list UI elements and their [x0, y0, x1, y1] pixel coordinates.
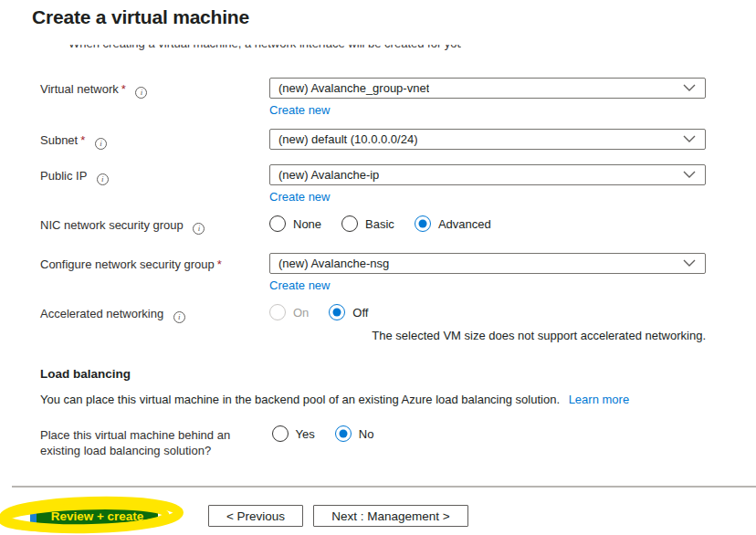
field-row-public-ip: Public IP i (new) Avalanche-ip Create ne… — [40, 164, 706, 204]
accelerated-networking-note: The selected VM size does not support ac… — [40, 329, 706, 342]
load-balancing-description: You can place this virtual machine in th… — [40, 393, 706, 406]
radio-selected-icon — [335, 425, 352, 442]
public-ip-create-new-link[interactable]: Create new — [269, 190, 330, 204]
field-row-accelerated-networking: Accelerated networking i On Off — [40, 302, 706, 323]
footer-divider — [12, 486, 756, 488]
page-title: Create a virtual machine — [32, 6, 249, 28]
create-vm-page: Create a virtual machine When creating a… — [0, 0, 756, 535]
info-icon[interactable]: i — [95, 138, 107, 150]
radio-on-disabled: On — [269, 304, 309, 320]
next-management-button[interactable]: Next : Management > — [313, 505, 468, 527]
info-icon[interactable]: i — [193, 223, 205, 235]
radio-unselected-icon — [341, 215, 358, 232]
field-row-subnet: Subnet* i (new) default (10.0.0.0/24) — [40, 129, 706, 150]
public-ip-dropdown[interactable]: (new) Avalanche-ip — [269, 164, 706, 185]
field-row-configure-nsg: Configure network security group* (new) … — [40, 253, 706, 292]
lb-question-label: Place this virtual machine behind an exi… — [40, 424, 272, 458]
configure-nsg-label: Configure network security group* — [40, 253, 269, 292]
configure-nsg-create-new-link[interactable]: Create new — [269, 278, 330, 292]
required-asterisk: * — [217, 257, 222, 271]
field-row-lb-question: Place this virtual machine behind an exi… — [40, 424, 706, 458]
radio-off[interactable]: Off — [329, 304, 368, 320]
required-asterisk: * — [121, 82, 126, 96]
accelerated-networking-radio-group: On Off — [269, 302, 706, 320]
radio-unselected-icon — [269, 215, 286, 232]
lb-question-radio-group: Yes No — [272, 424, 706, 442]
info-icon[interactable]: i — [173, 311, 185, 323]
clipped-description-line: When creating a virtual machine, a netwo… — [68, 45, 461, 53]
configure-nsg-dropdown[interactable]: (new) Avalanche-nsg — [269, 253, 706, 274]
accelerated-networking-label: Accelerated networking i — [40, 302, 269, 323]
nic-nsg-radio-group: None Basic Advanced — [269, 214, 706, 232]
subnet-dropdown[interactable]: (new) default (10.0.0.0/24) — [269, 129, 706, 150]
radio-basic[interactable]: Basic — [341, 215, 394, 232]
chevron-down-icon — [683, 259, 696, 268]
radio-selected-icon — [329, 304, 345, 320]
subnet-label: Subnet* i — [40, 129, 269, 150]
radio-yes[interactable]: Yes — [272, 425, 315, 442]
load-balancing-heading: Load balancing — [40, 367, 131, 381]
field-row-virtual-network: Virtual network* i (new) Avalanche_group… — [40, 78, 706, 117]
previous-button[interactable]: < Previous — [208, 505, 303, 527]
virtual-network-label: Virtual network* i — [40, 78, 269, 117]
chevron-down-icon — [683, 171, 696, 179]
chevron-down-icon — [683, 135, 696, 143]
field-row-nic-nsg: NIC network security group i None Basic … — [40, 214, 706, 235]
virtual-network-dropdown[interactable]: (new) Avalanche_group-vnet — [269, 78, 706, 99]
radio-selected-icon — [415, 215, 431, 232]
radio-no[interactable]: No — [335, 425, 374, 442]
required-asterisk: * — [80, 133, 85, 147]
virtual-network-create-new-link[interactable]: Create new — [269, 103, 330, 117]
info-icon[interactable]: i — [97, 173, 109, 185]
review-create-button[interactable]: Review + create — [30, 502, 158, 527]
chevron-down-icon — [683, 84, 696, 92]
radio-disabled-icon — [269, 304, 286, 320]
learn-more-link[interactable]: Learn more — [569, 393, 629, 406]
nic-nsg-label: NIC network security group i — [40, 214, 269, 235]
public-ip-label: Public IP i — [40, 164, 269, 204]
review-create-button-highlighted-face: Review + create — [37, 506, 158, 527]
radio-unselected-icon — [272, 425, 289, 442]
radio-none[interactable]: None — [269, 215, 321, 232]
radio-advanced[interactable]: Advanced — [415, 215, 491, 232]
info-icon[interactable]: i — [135, 87, 147, 99]
